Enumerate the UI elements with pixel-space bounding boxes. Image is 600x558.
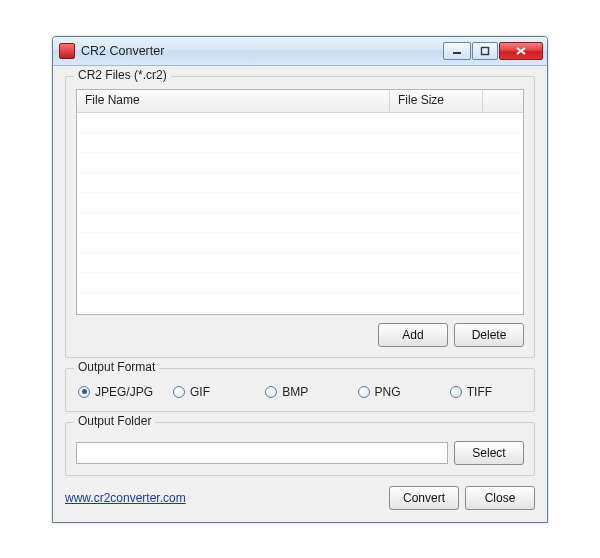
minimize-icon — [452, 46, 462, 56]
window-controls — [443, 42, 543, 60]
radio-icon — [450, 386, 462, 398]
output-folder-label: Output Folder — [74, 414, 155, 428]
close-app-button[interactable]: Close — [465, 486, 535, 510]
files-group-label: CR2 Files (*.cr2) — [74, 68, 171, 82]
output-format-label: Output Format — [74, 360, 159, 374]
titlebar[interactable]: CR2 Converter — [53, 37, 547, 66]
radio-bmp[interactable]: BMP — [265, 385, 337, 399]
radio-icon — [265, 386, 277, 398]
app-window: CR2 Converter CR2 Files (*.cr2) File Nam… — [52, 36, 548, 523]
output-folder-input[interactable] — [76, 442, 448, 464]
radio-png[interactable]: PNG — [358, 385, 430, 399]
radio-gif[interactable]: GIF — [173, 385, 245, 399]
radio-jpegjpg[interactable]: JPEG/JPG — [78, 385, 153, 399]
website-link[interactable]: www.cr2converter.com — [65, 491, 186, 505]
column-file-size[interactable]: File Size — [390, 90, 483, 112]
convert-button[interactable]: Convert — [389, 486, 459, 510]
radio-tiff[interactable]: TIFF — [450, 385, 522, 399]
output-folder-group: Output Folder Select — [65, 422, 535, 476]
radio-label: JPEG/JPG — [95, 385, 153, 399]
client-area: CR2 Files (*.cr2) File Name File Size Ad… — [53, 66, 547, 522]
delete-button[interactable]: Delete — [454, 323, 524, 347]
radio-label: GIF — [190, 385, 210, 399]
close-button[interactable] — [499, 42, 543, 60]
file-list[interactable]: File Name File Size — [76, 89, 524, 315]
radio-label: BMP — [282, 385, 308, 399]
radio-row: JPEG/JPGGIFBMPPNGTIFF — [76, 381, 524, 401]
add-button[interactable]: Add — [378, 323, 448, 347]
svg-rect-1 — [482, 47, 489, 54]
minimize-button[interactable] — [443, 42, 471, 60]
maximize-button[interactable] — [472, 42, 498, 60]
file-list-header: File Name File Size — [77, 90, 523, 113]
column-extra[interactable] — [483, 90, 523, 112]
window-title: CR2 Converter — [81, 44, 164, 58]
radio-label: PNG — [375, 385, 401, 399]
maximize-icon — [480, 46, 490, 56]
footer-row: www.cr2converter.com Convert Close — [65, 486, 535, 510]
radio-icon — [358, 386, 370, 398]
file-list-body[interactable] — [77, 113, 523, 315]
radio-icon — [173, 386, 185, 398]
radio-label: TIFF — [467, 385, 492, 399]
files-group: CR2 Files (*.cr2) File Name File Size Ad… — [65, 76, 535, 358]
column-file-name[interactable]: File Name — [77, 90, 390, 112]
close-icon — [515, 46, 527, 56]
output-format-group: Output Format JPEG/JPGGIFBMPPNGTIFF — [65, 368, 535, 412]
app-icon — [59, 43, 75, 59]
radio-icon — [78, 386, 90, 398]
select-folder-button[interactable]: Select — [454, 441, 524, 465]
